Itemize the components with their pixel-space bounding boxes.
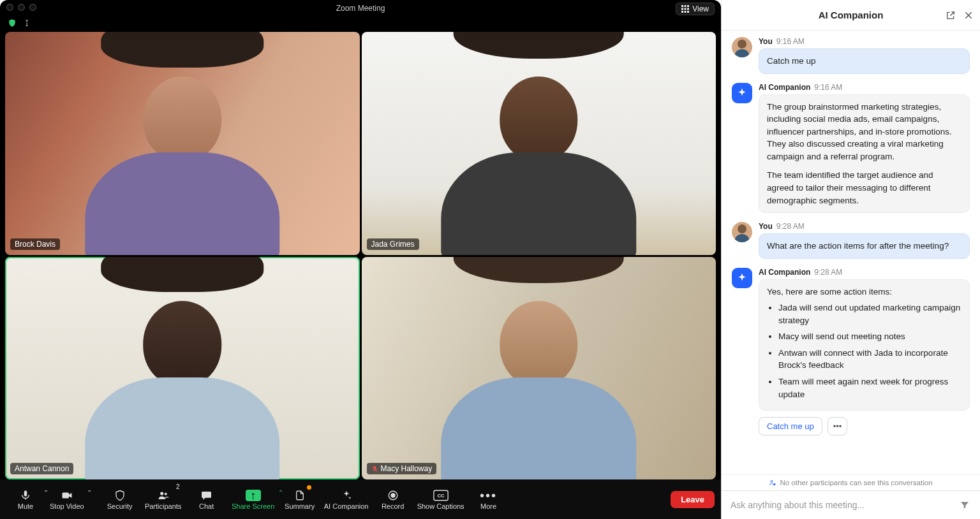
panel-header: AI Companion [722,0,980,31]
svg-point-18 [774,483,776,485]
svg-point-11 [160,492,163,495]
record-icon [387,488,399,502]
share-screen-button[interactable]: ↑ Share Screen ⌃ [227,484,279,515]
chat-scroll[interactable]: You9:16 AM Catch me up AI Companion9:16 … [722,31,980,474]
more-button[interactable]: ••• More [470,484,508,515]
notification-dot [307,485,311,490]
stop-video-button[interactable]: Stop Video ⌃ [46,484,88,515]
sparkle-icon [341,488,352,502]
video-icon [61,488,73,502]
send-filter-icon[interactable] [958,497,971,513]
view-label: View [692,4,709,13]
mic-icon [20,488,31,502]
chat-input[interactable] [731,500,958,510]
user-avatar [732,222,752,242]
user-avatar [732,37,752,57]
panel-title: AI Companion [819,10,884,20]
chat-input-row [722,490,980,519]
chat-icon [200,488,212,502]
participant-name-tag: Antwan Cannon [10,463,73,474]
suggestion-pill[interactable]: Catch me up [759,417,822,435]
window-controls [6,4,36,11]
view-button[interactable]: View [676,3,715,15]
participants-button[interactable]: Participants 2 [140,484,186,515]
titlebar: Zoom Meeting View [0,0,721,17]
message-bubble: Catch me up [759,48,970,74]
svg-rect-3 [681,8,683,10]
ai-avatar [732,268,752,288]
svg-rect-0 [681,5,683,7]
svg-rect-1 [685,5,687,7]
bolt-icon[interactable] [23,18,31,27]
message-bubble: The group brainstormed marketing strateg… [759,94,970,214]
mute-button[interactable]: Mute ⌃ [6,484,45,515]
ai-avatar [732,83,752,103]
participant-count-badge: 2 [176,483,180,490]
shield-icon [114,488,126,502]
video-chevron[interactable]: ⌃ [85,488,93,497]
window-title: Zoom Meeting [336,4,385,13]
more-suggestions-button[interactable]: ••• [828,417,848,435]
traffic-maximize[interactable] [29,4,36,11]
svg-text:CC: CC [437,493,445,499]
muted-mic-icon [371,465,378,472]
traffic-minimize[interactable] [18,4,25,11]
ai-companion-button[interactable]: AI Companion [320,484,373,515]
video-tile-antwan[interactable]: Antwan Cannon [5,257,360,480]
svg-rect-8 [687,11,689,13]
svg-rect-5 [687,8,689,10]
video-grid: Brock Davis Jada Grimes Antwan Cannon Ma… [0,29,721,479]
svg-rect-2 [687,5,689,7]
chat-message: You9:28 AM What are the action items for… [732,222,970,259]
participant-name-tag: Brock Davis [10,238,60,250]
svg-rect-6 [681,11,683,13]
video-tile-jada[interactable]: Jada Grimes [362,32,716,255]
svg-point-12 [164,493,167,495]
lock-user-icon [769,479,776,486]
close-icon[interactable] [963,10,974,20]
captions-button[interactable]: CC Show Captions [413,484,468,515]
status-bar [0,17,721,29]
chat-button[interactable]: Chat [188,484,226,515]
grid-icon [681,5,689,13]
zoom-window: Zoom Meeting View Brock Davis Jada Grime… [0,0,721,519]
chat-message: AI Companion9:28 AM Yes, here are some a… [732,268,970,436]
svg-point-17 [771,481,773,483]
video-tile-brock[interactable]: Brock Davis [5,32,360,255]
security-button[interactable]: Security [101,484,139,515]
ai-companion-panel: AI Companion You9:16 AM Catch me up AI C… [721,0,980,519]
message-bubble: What are the action items for after the … [759,233,970,259]
svg-point-14 [391,493,395,497]
cc-icon: CC [433,488,449,502]
summary-button[interactable]: Summary [281,484,319,515]
chat-message: AI Companion9:16 AM The group brainstorm… [732,83,970,214]
participant-name-tag: Jada Grimes [367,238,419,250]
record-button[interactable]: Record [374,484,412,515]
message-bubble: Yes, here are some action items: Jada wi… [759,279,970,411]
svg-rect-7 [685,11,687,13]
chat-message: You9:16 AM Catch me up [732,37,970,74]
popout-icon[interactable] [946,10,956,20]
encryption-shield-icon[interactable] [8,18,17,27]
svg-rect-4 [685,8,687,10]
leave-button[interactable]: Leave [671,491,715,508]
svg-rect-10 [62,493,69,499]
more-icon: ••• [480,488,497,502]
traffic-close[interactable] [6,4,13,11]
share-icon: ↑ [246,488,261,502]
participants-icon [156,488,170,502]
video-tile-macy[interactable]: Macy Halloway [362,257,716,480]
privacy-notice: No other participants can see this conve… [722,474,980,490]
meeting-toolbar: Mute ⌃ Stop Video ⌃ Security Participant… [0,479,721,519]
summary-icon [294,488,306,502]
participant-name-tag: Macy Halloway [367,463,437,474]
